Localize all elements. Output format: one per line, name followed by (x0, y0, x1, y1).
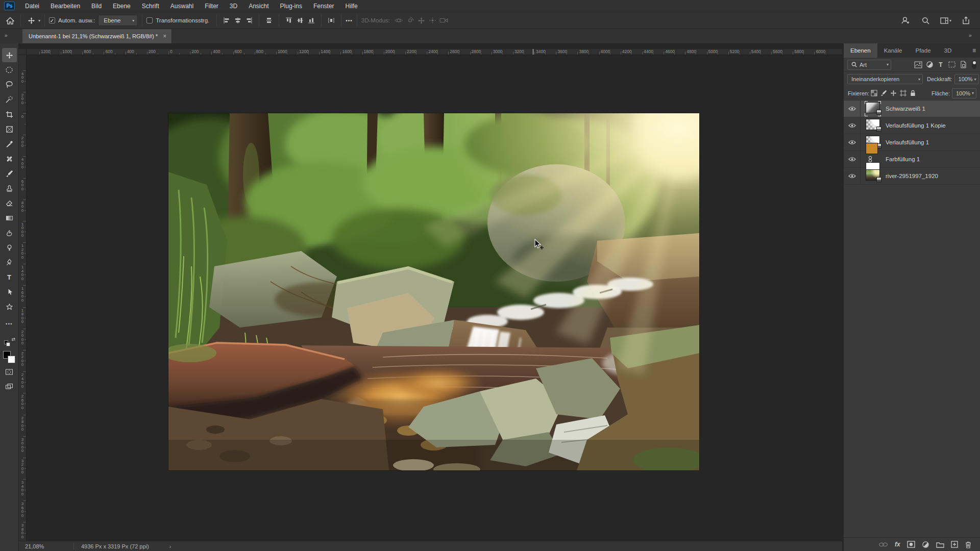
pen-tool[interactable] (2, 255, 17, 269)
filter-toggle[interactable] (972, 60, 976, 69)
chevron-down-icon[interactable]: ▾ (38, 18, 40, 23)
gradient-tool[interactable] (2, 211, 17, 225)
lock-all-icon[interactable] (908, 90, 918, 96)
layer-visibility-toggle[interactable] (848, 138, 856, 147)
mask-link-icon[interactable] (868, 156, 877, 163)
panel-tab-kan-le[interactable]: Kanäle (877, 43, 909, 58)
delete-layer-icon[interactable] (965, 541, 972, 548)
auto-select-dropdown[interactable]: Ebene ▾ (98, 15, 138, 26)
layer-filter-dropdown[interactable]: Art ▾ (847, 60, 891, 70)
menu-item-hilfe[interactable]: Hilfe (340, 0, 363, 12)
lasso-tool[interactable] (2, 78, 17, 92)
photoshop-logo[interactable]: Ps (4, 2, 15, 10)
crop-tool[interactable] (2, 107, 17, 121)
transform-controls-checkbox[interactable] (146, 17, 153, 23)
new-layer-icon[interactable] (951, 541, 958, 548)
opacity-field[interactable]: 100% ▾ (954, 74, 979, 84)
new-group-icon[interactable] (936, 541, 944, 548)
status-options-chevron[interactable]: › (169, 543, 172, 549)
align-center-horizontal-icon[interactable] (232, 15, 243, 26)
screen-mode[interactable] (2, 380, 17, 394)
ruler-origin-corner[interactable] (19, 49, 27, 55)
move-tool-preset-icon[interactable] (25, 14, 37, 27)
dodge-tool[interactable] (2, 240, 17, 255)
align-bottom-icon[interactable] (306, 15, 317, 26)
menu-item-bild[interactable]: Bild (86, 0, 107, 12)
menu-item-bearbeiten[interactable]: Bearbeiten (45, 0, 86, 12)
filter-shape-layers-icon[interactable] (946, 61, 958, 68)
menu-item-filter[interactable]: Filter (199, 0, 224, 12)
link-layers-icon[interactable] (878, 542, 888, 547)
move-tool[interactable] (2, 48, 17, 62)
more-tools[interactable]: ••• (2, 317, 17, 331)
right-dock-collapse-icon[interactable]: » (969, 33, 971, 38)
menu-item-fenster[interactable]: Fenster (308, 0, 340, 12)
align-top-icon[interactable] (283, 15, 295, 26)
share-user-icon[interactable] (899, 14, 912, 27)
align-middle-vertical-icon[interactable] (295, 15, 306, 26)
path-selection-tool[interactable] (2, 285, 17, 299)
menu-item-ebene[interactable]: Ebene (107, 0, 136, 12)
layer-visibility-toggle[interactable] (848, 171, 856, 181)
document-tab[interactable]: Unbenannt-1 bei 21,1% (Schwarzweiß 1, RG… (22, 29, 172, 43)
smudge-tool[interactable] (2, 226, 17, 240)
frame-tool[interactable] (2, 122, 17, 136)
filter-adjustment-layers-icon[interactable] (924, 61, 935, 68)
zoom-level-field[interactable]: 21,08% (25, 543, 74, 549)
layer-row-4[interactable]: Farbfüllung 1 (844, 151, 980, 168)
lock-position-icon[interactable] (889, 90, 898, 96)
lock-image-pixels-icon[interactable] (879, 90, 889, 96)
auto-select-checkbox[interactable]: ✓ (49, 17, 55, 23)
left-dock-expand-icon[interactable]: » (5, 33, 7, 38)
share-export-icon[interactable] (960, 14, 972, 27)
filter-smart-objects-icon[interactable] (958, 61, 969, 68)
filter-pixel-layers-icon[interactable] (913, 61, 924, 68)
lock-transparent-pixels-icon[interactable] (869, 90, 879, 96)
layer-thumbnail[interactable] (865, 101, 881, 116)
distribute-spacing-icon[interactable] (326, 15, 337, 26)
panel-tab-pfade[interactable]: Pfade (909, 43, 937, 58)
marquee-tool[interactable] (2, 63, 17, 77)
panel-tab-ebenen[interactable]: Ebenen (844, 43, 877, 58)
quick-mask-mode[interactable] (2, 365, 17, 379)
layer-row-5[interactable]: river-2951997_1920 (844, 168, 980, 185)
brush-tool[interactable] (2, 166, 17, 181)
panel-menu-icon[interactable]: ≡ (972, 48, 976, 53)
search-icon[interactable] (920, 14, 932, 27)
close-tab-icon[interactable]: × (163, 33, 166, 40)
lock-artboard-icon[interactable] (898, 90, 908, 96)
foreground-background-color[interactable] (2, 350, 17, 364)
layer-row-1[interactable]: Schwarzweiß 1 (844, 101, 980, 117)
clone-stamp-tool[interactable] (2, 181, 17, 195)
menu-item-auswahl[interactable]: Auswahl (165, 0, 199, 12)
new-adjustment-layer-icon[interactable] (922, 541, 929, 548)
layer-row-2[interactable]: Verlaufsfüllung 1 Kopie (844, 117, 980, 134)
home-icon[interactable] (4, 14, 16, 27)
more-options-button[interactable]: ••• (346, 18, 353, 23)
color-fill-thumbnail[interactable] (866, 143, 877, 154)
layer-thumbnail[interactable] (865, 118, 881, 133)
menu-item-ansicht[interactable]: Ansicht (243, 0, 274, 12)
custom-shape-tool[interactable] (2, 299, 17, 314)
healing-brush-tool[interactable] (2, 152, 17, 166)
blend-mode-dropdown[interactable]: Ineinanderkopieren ▾ (847, 74, 923, 84)
add-layer-mask-icon[interactable] (907, 541, 915, 548)
document-canvas[interactable] (168, 113, 699, 470)
layer-visibility-toggle[interactable] (848, 155, 856, 164)
layer-thumbnail[interactable] (865, 168, 881, 184)
type-tool[interactable]: T (2, 270, 17, 284)
swap-colors[interactable]: ⇄ (2, 335, 17, 349)
menu-item-plug-ins[interactable]: Plug-ins (275, 0, 308, 12)
align-right-icon[interactable] (243, 15, 255, 26)
eraser-tool[interactable] (2, 196, 17, 210)
fill-field[interactable]: 100% ▾ (952, 88, 976, 98)
align-left-icon[interactable] (221, 15, 232, 26)
menu-item-datei[interactable]: Datei (19, 0, 45, 12)
layer-visibility-toggle[interactable] (848, 121, 856, 130)
filter-type-layers-icon[interactable]: T (935, 61, 946, 68)
menu-item-schrift[interactable]: Schrift (136, 0, 165, 12)
menu-item-3d[interactable]: 3D (224, 0, 243, 12)
layer-visibility-toggle[interactable] (848, 104, 856, 113)
panel-tab-3d[interactable]: 3D (938, 43, 959, 58)
layer-style-icon[interactable]: fx (895, 541, 900, 548)
